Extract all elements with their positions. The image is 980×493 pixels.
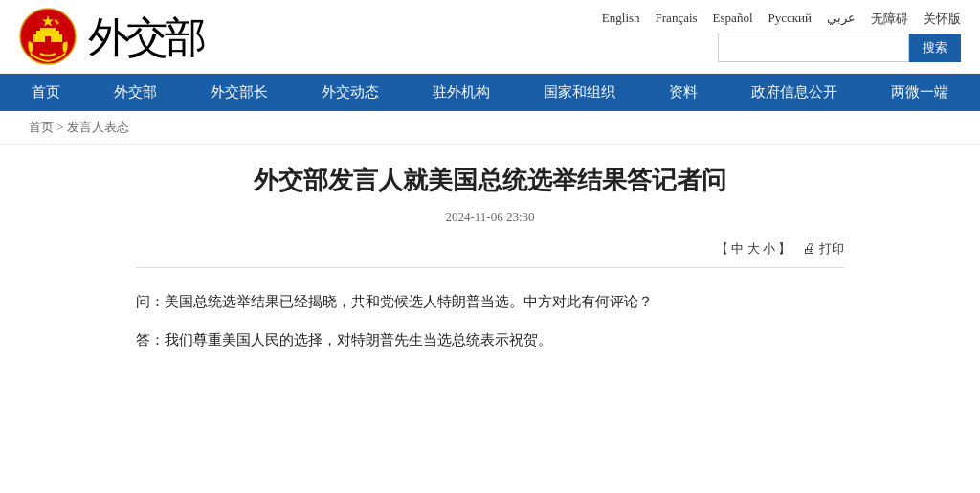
print-button[interactable]: 🖨 打印 (802, 240, 844, 258)
svg-rect-4 (45, 36, 51, 42)
article: 外交部发言人就美国总统选举结果答记者问 2024-11-06 23:30 【 中… (59, 145, 921, 402)
lang-arabic[interactable]: عربي (827, 11, 856, 28)
breadcrumb-current: 发言人表态 (67, 120, 129, 134)
article-date: 2024-11-06 23:30 (136, 210, 844, 225)
article-toolbar: 【 中 大 小 】 🖨 打印 (136, 240, 844, 268)
article-question: 问：美国总统选举结果已经揭晓，共和党候选人特朗普当选。中方对此有何评论？ (136, 287, 844, 316)
main-nav: 首页 外交部 外交部长 外交动态 驻外机构 国家和组织 资料 政府信息公开 两微… (0, 74, 980, 111)
lang-english[interactable]: English (602, 11, 640, 28)
language-nav: English Français Español Русский عربي 无障… (602, 11, 961, 28)
font-size-control[interactable]: 【 中 大 小 】 (716, 240, 791, 258)
nav-home[interactable]: 首页 (5, 74, 87, 111)
accessibility-link[interactable]: 无障碍 (871, 11, 908, 28)
nav-countries[interactable]: 国家和组织 (517, 74, 642, 111)
article-answer: 答：我们尊重美国人民的选择，对特朗普先生当选总统表示祝贺。 (136, 325, 844, 354)
article-title: 外交部发言人就美国总统选举结果答记者问 (136, 164, 844, 198)
svg-rect-3 (40, 28, 56, 33)
logo-area: 外交部 (19, 8, 203, 65)
nav-social[interactable]: 两微一端 (864, 74, 975, 111)
lang-french[interactable]: Français (656, 11, 698, 28)
nav-diplomacy[interactable]: 外交动态 (295, 74, 406, 111)
print-label: 打印 (819, 240, 844, 258)
search-input[interactable] (718, 34, 909, 62)
breadcrumb-home[interactable]: 首页 (29, 120, 54, 134)
nav-minister[interactable]: 外交部长 (184, 74, 295, 111)
search-bar: 搜索 (718, 34, 961, 62)
lang-spanish[interactable]: Español (713, 11, 753, 28)
search-button[interactable]: 搜索 (909, 34, 961, 62)
font-size-label: 【 中 大 小 】 (716, 240, 791, 258)
site-calligraphy: 外交部 (88, 13, 203, 59)
nav-resources[interactable]: 资料 (642, 74, 724, 111)
breadcrumb: 首页 > 发言人表态 (0, 111, 980, 145)
printer-icon: 🖨 (802, 241, 815, 257)
header: 外交部 English Français Español Русский عرب… (0, 0, 980, 74)
care-version-link[interactable]: 关怀版 (924, 11, 961, 28)
nav-mfa[interactable]: 外交部 (87, 74, 184, 111)
breadcrumb-separator: > (56, 120, 67, 134)
article-body: 问：美国总统选举结果已经揭晓，共和党候选人特朗普当选。中方对此有何评论？ 答：我… (136, 287, 844, 354)
top-right: English Français Español Русский عربي 无障… (602, 11, 961, 62)
nav-info[interactable]: 政府信息公开 (724, 74, 864, 111)
lang-russian[interactable]: Русский (768, 11, 813, 28)
national-emblem (19, 8, 77, 65)
nav-missions[interactable]: 驻外机构 (406, 74, 517, 111)
